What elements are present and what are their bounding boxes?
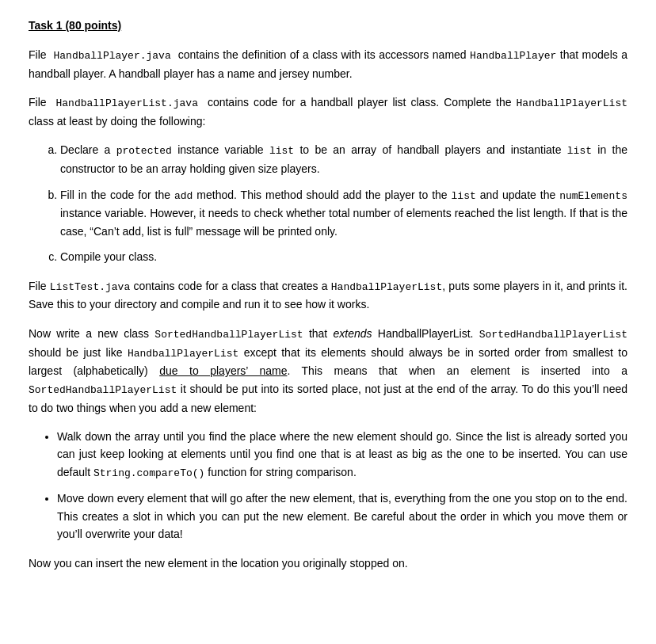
code-handballplayer: HandballPlayer	[470, 50, 556, 62]
code-list-1: list	[269, 145, 294, 157]
code-handballplayerlist: HandballPlayerList	[517, 97, 627, 109]
task-title: Task 1 (80 points)	[29, 19, 627, 32]
bullet-item-2: Move down every element that will go aft…	[57, 490, 627, 543]
list-item-b: Fill in the code for the add method. Thi…	[60, 186, 627, 241]
bullet-item-1: Walk down the array until you find the p…	[57, 428, 627, 482]
code-numelements: numElements	[559, 190, 627, 202]
paragraph-final: Now you can insert the new element in th…	[29, 554, 627, 572]
code-handballplayer-java: HandballPlayer.java	[54, 50, 171, 62]
paragraph-2: File HandballPlayerList.java contains co…	[29, 93, 627, 130]
paragraph-1: File HandballPlayer.java contains the de…	[29, 46, 627, 82]
extends-keyword: extends	[334, 327, 372, 340]
page-container: Task 1 (80 points) File HandballPlayer.j…	[29, 19, 627, 572]
code-sortedhandballplayerlist: SortedHandballPlayerList	[154, 329, 303, 341]
code-string-compareto: String.compareTo()	[93, 467, 204, 479]
code-add: add	[174, 190, 193, 202]
code-handballplayerlist-2: HandballPlayerList	[331, 281, 442, 293]
code-handballplayerlist-3: HandballPlayerList	[128, 348, 238, 360]
paragraph-3: File ListTest.java contains code for a c…	[29, 277, 627, 314]
code-list-2: list	[567, 145, 592, 157]
bullet-list: Walk down the array until you find the p…	[57, 428, 627, 543]
list-item-a: Declare a protected instance variable li…	[60, 141, 627, 177]
alpha-list: Declare a protected instance variable li…	[60, 141, 627, 265]
paragraph-4: Now write a new class SortedHandballPlay…	[29, 325, 627, 417]
code-listtest-java: ListTest.java	[50, 281, 130, 293]
list-item-c: Compile your class.	[60, 248, 627, 265]
code-sortedhandballplayerlist-3: SortedHandballPlayerList	[29, 384, 177, 396]
code-list-3: list	[452, 190, 476, 202]
code-protected: protected	[116, 145, 172, 157]
code-handballplayerlist-java: HandballPlayerList.java	[56, 97, 198, 109]
code-sortedhandballplayerlist-2: SortedHandballPlayerList	[479, 329, 627, 341]
underline-text: due to players’ name	[159, 364, 287, 377]
